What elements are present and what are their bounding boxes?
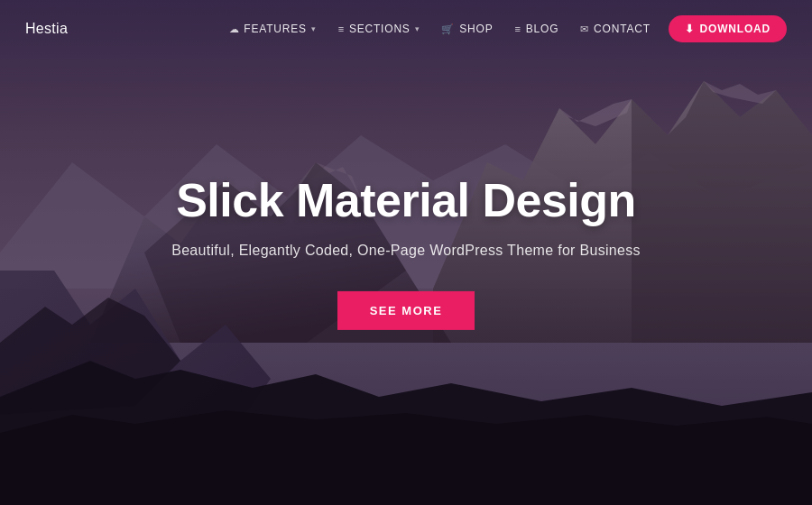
grid-icon: ≡ [338,23,345,34]
nav-menu: ☁ FEATURES ▾ ≡ SECTIONS ▾ 🛒 SHOP ≡ BLOG … [220,15,787,42]
mail-icon: ✉ [580,23,589,35]
nav-shop-label: SHOP [459,23,493,35]
chevron-down-icon: ▾ [311,24,317,33]
hero-section: Hestia ☁ FEATURES ▾ ≡ SECTIONS ▾ 🛒 SHOP … [0,0,812,505]
nav-features-label: FEATURES [244,23,307,35]
nav-item-shop[interactable]: 🛒 SHOP [432,17,502,41]
hero-content: Slick Material Design Beautiful, Elegant… [90,175,722,330]
download-icon: ⬇ [685,23,695,35]
brand-logo: Hestia [25,21,68,37]
download-button[interactable]: ⬇ DOWNLOAD [669,15,787,42]
list-icon: ≡ [515,23,521,34]
download-label: DOWNLOAD [700,23,770,35]
see-more-button[interactable]: SEE MORE [337,291,475,330]
chevron-down-icon-2: ▾ [415,24,420,33]
nav-item-sections[interactable]: ≡ SECTIONS ▾ [329,17,429,41]
nav-contact-label: CONTACT [594,23,651,35]
nav-item-contact[interactable]: ✉ CONTACT [571,17,660,41]
hero-title: Slick Material Design [90,175,722,226]
cart-icon: 🛒 [441,23,455,35]
nav-sections-label: SECTIONS [349,23,411,35]
nav-blog-label: BLOG [526,23,559,35]
nav-item-features[interactable]: ☁ FEATURES ▾ [220,17,326,41]
nav-item-blog[interactable]: ≡ BLOG [506,17,568,41]
cloud-icon: ☁ [229,23,240,35]
hero-subtitle: Beautiful, Elegantly Coded, One-Page Wor… [90,243,722,259]
navbar: Hestia ☁ FEATURES ▾ ≡ SECTIONS ▾ 🛒 SHOP … [0,0,812,58]
